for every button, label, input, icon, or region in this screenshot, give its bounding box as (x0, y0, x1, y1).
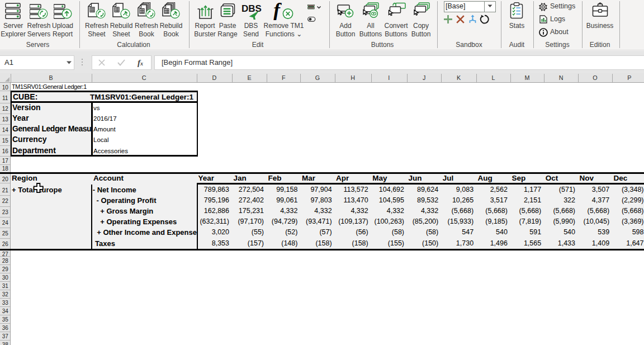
svg-text:f: f (273, 2, 282, 20)
svg-text:DBS: DBS (242, 4, 262, 14)
